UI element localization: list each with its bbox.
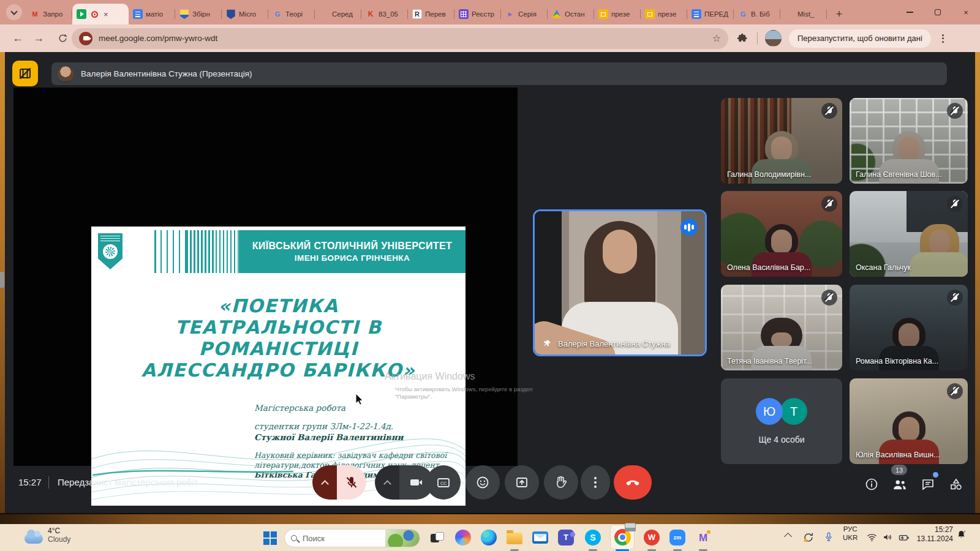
participant-tile[interactable]: Галина Євгенівна Шов...: [850, 98, 968, 184]
browser-tab[interactable]: K83_05: [361, 4, 408, 24]
hand-icon: [554, 475, 568, 490]
participant-name: Оксана Гальчук: [856, 263, 911, 272]
browser-tab[interactable]: матіо: [129, 4, 175, 24]
speaking-indicator-icon: [680, 219, 698, 236]
presentation-warning-button[interactable]: [12, 61, 38, 86]
browser-tab[interactable]: Mist_: [780, 4, 827, 24]
tab-title: Теорі: [285, 10, 311, 18]
drive-icon: [552, 9, 562, 19]
chrome-button-active[interactable]: [610, 525, 635, 550]
mic-muted-icon: [947, 196, 963, 212]
raise-hand-button[interactable]: [544, 465, 578, 500]
present-screen-button[interactable]: [505, 465, 539, 500]
profile-avatar[interactable]: [765, 30, 782, 47]
browser-tab[interactable]: RПерев: [408, 4, 454, 24]
volume-tray-icon[interactable]: [882, 531, 894, 543]
cloud-icon: [24, 534, 43, 544]
tab-title: В. Біб: [751, 10, 776, 18]
presentation-stage[interactable]: КИЇВСЬКИЙ СТОЛИЧНИЙ УНІВЕРСИТЕТ ІМЕНІ БО…: [13, 88, 518, 466]
browser-tab[interactable]: Остан: [548, 4, 594, 24]
wps-office-button[interactable]: W: [643, 529, 660, 546]
browser-tab[interactable]: MЗапро: [26, 4, 72, 24]
copilot-button[interactable]: [454, 529, 472, 546]
taskbar-clock[interactable]: 15:27 13.11.2024: [899, 525, 953, 544]
m-app-button[interactable]: M: [695, 529, 712, 546]
mouse-cursor: [355, 393, 364, 405]
new-tab-button[interactable]: +: [831, 6, 848, 23]
task-view-button[interactable]: [429, 529, 446, 546]
end-call-button[interactable]: [614, 465, 652, 500]
sync-tray-icon[interactable]: [802, 531, 814, 543]
reload-button[interactable]: [58, 33, 68, 43]
university-name-line1: КИЇВСЬКИЙ СТОЛИЧНИЙ УНІВЕРСИТЕТ: [252, 241, 453, 252]
reactions-button[interactable]: [466, 465, 500, 500]
participant-tile[interactable]: Тетяна Іванівна Тверіт...: [721, 285, 842, 370]
file-explorer-button[interactable]: [506, 529, 523, 546]
language-indicator[interactable]: РУС UKR: [843, 525, 858, 542]
browser-tab[interactable]: ПЕРЕД: [687, 4, 734, 24]
taskbar-search[interactable]: Поиск: [284, 529, 420, 547]
notifications-button[interactable]: z: [956, 529, 967, 541]
browser-tab[interactable]: презе: [594, 4, 641, 24]
weather-widget[interactable]: 4°C Cloudy: [24, 527, 70, 544]
participant-tile[interactable]: Олена Василівна Бар...: [721, 191, 842, 277]
zoom-button[interactable]: zm: [669, 529, 686, 546]
participant-tile[interactable]: Галина Володимирівн...: [721, 98, 842, 184]
microphone-tray-icon[interactable]: [823, 531, 834, 542]
pinned-speaker-tile[interactable]: Валерія Валентинівна Стужна: [533, 209, 707, 356]
edge-button[interactable]: [480, 529, 497, 546]
browser-tab[interactable]: Серед: [315, 4, 361, 24]
browser-tab[interactable]: GВ. Біб: [734, 4, 780, 24]
maximize-button[interactable]: [924, 0, 952, 24]
mail-button[interactable]: [532, 529, 549, 546]
browser-tab[interactable]: Збірн: [175, 4, 222, 24]
address-bar[interactable]: meet.google.com/pmw-ywro-wdt ☆: [72, 28, 728, 49]
participants-panel-button[interactable]: [892, 476, 908, 492]
meeting-details-button[interactable]: [864, 476, 880, 492]
participant-initial: Т: [780, 398, 807, 425]
chrome-icon: [614, 529, 631, 545]
browser-tab[interactable]: ▶Серія: [501, 4, 548, 24]
tab-title: Серед: [332, 10, 357, 18]
teams-button[interactable]: T: [557, 529, 575, 546]
browser-tab[interactable]: Micro: [222, 4, 268, 24]
tray-overflow-button[interactable]: [785, 531, 791, 539]
presenter-bar[interactable]: Валерія Валентинівна Стужна (Презентація…: [51, 62, 947, 85]
copilot-icon: [455, 530, 471, 545]
participant-tile[interactable]: Оксана Гальчук: [850, 191, 968, 277]
participant-name: Романа Вікторівна Ка...: [856, 357, 938, 365]
globe-icon: [319, 9, 329, 19]
participant-tile[interactable]: Юлія Василівна Вишн...: [850, 378, 968, 464]
tab-title: Збірн: [192, 10, 217, 18]
restart-to-update-button[interactable]: Перезапустити, щоб оновити дані: [789, 29, 931, 48]
table-purple-icon: [459, 9, 469, 19]
task-view-icon: [431, 532, 444, 543]
start-button[interactable]: [263, 531, 270, 538]
browser-menu-button[interactable]: [937, 34, 949, 43]
forward-button[interactable]: →: [28, 32, 49, 45]
chevron-up-icon: [784, 533, 792, 541]
chat-panel-button[interactable]: [920, 476, 936, 492]
edge-panel-handle[interactable]: [0, 272, 4, 288]
minimize-button[interactable]: [895, 0, 924, 24]
overflow-participants-tile[interactable]: Ю Т Ще 4 особи: [721, 378, 842, 464]
close-window-button[interactable]: ×: [952, 0, 980, 24]
more-options-button[interactable]: [581, 465, 610, 500]
participant-tile[interactable]: Романа Вікторівна Ка...: [850, 285, 968, 370]
extensions-button[interactable]: [737, 32, 748, 44]
video-feed: [535, 211, 705, 354]
back-button[interactable]: ←: [7, 32, 28, 45]
captions-button[interactable]: CC: [426, 465, 461, 500]
browser-tab[interactable]: презе: [641, 4, 687, 24]
browser-tab[interactable]: ×: [72, 4, 129, 24]
close-tab-icon[interactable]: ×: [104, 10, 108, 18]
url-text[interactable]: meet.google.com/pmw-ywro-wdt: [99, 34, 217, 43]
bookmark-star-icon[interactable]: ☆: [712, 32, 721, 44]
skype-button[interactable]: S: [584, 529, 601, 546]
browser-tab[interactable]: Реєстр: [454, 4, 501, 24]
docs-blue-icon: [692, 9, 701, 19]
activities-button[interactable]: [948, 476, 964, 492]
wifi-tray-icon[interactable]: [866, 531, 878, 543]
browser-tab[interactable]: GТеорі: [268, 4, 315, 24]
tab-search-button[interactable]: [6, 4, 22, 20]
